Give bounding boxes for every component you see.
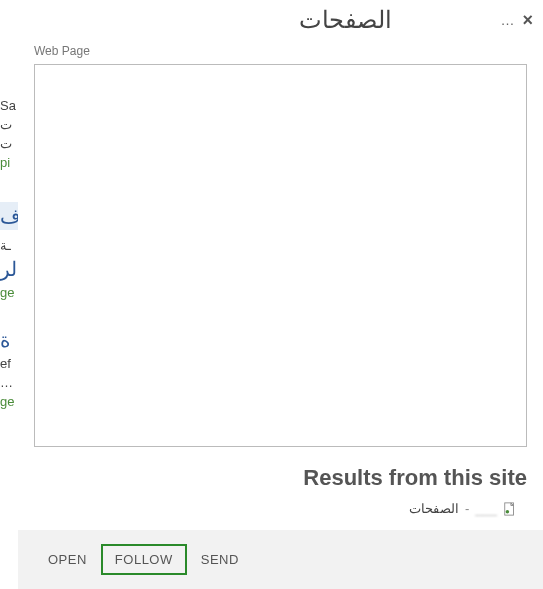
result-separator: - xyxy=(465,501,469,516)
bg-text: ت xyxy=(0,136,18,151)
bg-text: الر xyxy=(0,257,18,281)
result-item[interactable]: الصفحات - ___ xyxy=(18,497,543,530)
bg-text: ة xyxy=(0,328,18,352)
bg-text: pi xyxy=(0,155,18,170)
svg-point-1 xyxy=(506,509,510,513)
more-menu-icon[interactable]: … xyxy=(500,13,514,27)
results-heading: Results from this site xyxy=(18,447,543,497)
page-icon xyxy=(503,502,517,516)
background-clipped-content: Sa ت ت pi ف ـة الر ge ة ef … ge xyxy=(0,0,18,589)
bg-text: ـة xyxy=(0,238,18,253)
bg-text: Sa xyxy=(0,98,18,113)
dialog-title: الصفحات xyxy=(28,6,492,34)
bg-text: ف xyxy=(0,202,18,230)
send-button[interactable]: SEND xyxy=(187,544,253,575)
hover-card-dialog: الصفحات … × Web Page Results from this s… xyxy=(18,0,543,589)
follow-button[interactable]: FOLLOW xyxy=(101,544,187,575)
bg-text: ge xyxy=(0,394,18,409)
open-button[interactable]: OPEN xyxy=(34,544,101,575)
bg-text: … xyxy=(0,375,18,390)
bg-text: ت xyxy=(0,117,18,132)
action-bar: OPEN FOLLOW SEND xyxy=(18,530,543,589)
web-page-preview xyxy=(34,64,527,447)
bg-text: ge xyxy=(0,285,18,300)
result-title: الصفحات xyxy=(409,501,459,516)
bg-text: ef xyxy=(0,356,18,371)
preview-label: Web Page xyxy=(18,34,543,64)
result-host: ___ xyxy=(475,501,497,516)
dialog-header: الصفحات … × xyxy=(18,0,543,34)
close-icon[interactable]: × xyxy=(522,11,533,29)
